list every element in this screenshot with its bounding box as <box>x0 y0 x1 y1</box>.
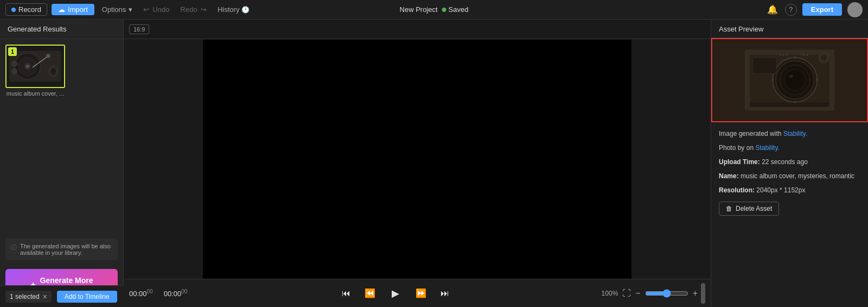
left-panel: Generated Results 1 <box>0 20 124 307</box>
project-name: New Project <box>400 5 438 14</box>
cloud-icon: ☁ <box>58 5 65 14</box>
saved-dot-icon <box>442 8 446 12</box>
bottom-bar: 1 selected × Add to Timeline <box>0 285 124 307</box>
undo-button[interactable]: ↩ Undo <box>140 4 173 15</box>
main-content: Generated Results 1 <box>0 20 868 307</box>
zoom-in-icon: + <box>693 289 698 298</box>
options-button[interactable]: Options ▾ <box>99 4 136 15</box>
history-button[interactable]: History 🕐 <box>214 4 253 15</box>
deselect-button[interactable]: × <box>43 292 47 301</box>
fullscreen-button[interactable]: ⛶ <box>622 289 631 298</box>
topbar-right: 🔔 ? Export <box>765 2 863 17</box>
aspect-ratio-badge: 16:9 <box>129 24 149 34</box>
topbar-center: New Project Saved <box>400 5 469 14</box>
asset-preview-image: 1:3.5 f/5.6 <box>711 38 868 122</box>
upload-time-line: Upload Time: 22 seconds ago <box>719 157 860 167</box>
skip-to-end-button[interactable]: ⏭ <box>438 286 451 300</box>
svg-point-9 <box>51 68 56 74</box>
name-line: Name: music album cover, mysteries, roma… <box>719 171 860 181</box>
history-icon: 🕐 <box>241 6 250 14</box>
import-button[interactable]: ☁ Import <box>52 4 94 15</box>
asset-preview-svg: 1:3.5 f/5.6 <box>712 39 867 121</box>
add-to-timeline-button[interactable]: Add to Timeline <box>57 291 117 303</box>
playback-controls: ⏮ ⏪ ▶ ⏩ ⏭ <box>189 285 601 302</box>
stability-link-2[interactable]: Stability. <box>755 144 779 152</box>
fast-forward-button[interactable]: ⏩ <box>413 286 429 300</box>
svg-rect-32 <box>713 39 866 121</box>
results-grid: 1 <box>0 39 123 234</box>
info-icon: ⓘ <box>11 243 17 252</box>
svg-point-5 <box>27 65 29 67</box>
timeline-right-controls: 100% ⛶ − + <box>602 289 698 298</box>
undo-icon: ↩ <box>143 5 149 14</box>
record-button[interactable]: Record <box>5 3 47 16</box>
selected-badge: 1 selected × <box>5 291 52 303</box>
stability-link-1[interactable]: Stability. <box>783 130 807 137</box>
info-banner: ⓘ The generated images will be also avai… <box>5 239 118 260</box>
result-badge: 1 <box>8 47 17 56</box>
current-time: 00:0000 <box>129 289 153 298</box>
credit-line-2: Photo by on Stability. <box>719 143 860 153</box>
result-thumbnail: 1 <box>5 45 65 88</box>
preview-canvas <box>203 40 631 279</box>
resolution-line: Resolution: 2040px * 1152px <box>719 185 860 195</box>
canvas-area: 16:9 00:0000 00:0000 ⏮ ⏪ ▶ ⏩ ⏭ 100% ⛶ <box>124 20 711 307</box>
credit-line-1: Image generated with Stability. <box>719 129 860 139</box>
timeline-bar: 00:0000 00:0000 ⏮ ⏪ ▶ ⏩ ⏭ 100% ⛶ − + <box>124 279 711 307</box>
chevron-down-icon: ▾ <box>129 5 132 14</box>
canvas-preview[interactable] <box>124 39 711 279</box>
svg-point-11 <box>12 69 17 74</box>
svg-point-10 <box>12 61 17 67</box>
svg-point-7 <box>46 54 50 58</box>
canvas-toolbar: 16:9 <box>124 20 711 39</box>
bell-button[interactable]: 🔔 <box>765 3 780 16</box>
export-button[interactable]: Export <box>802 3 842 16</box>
rewind-button[interactable]: ⏪ <box>362 286 378 300</box>
zoom-out-icon: − <box>635 289 640 298</box>
redo-button[interactable]: Redo ↪ <box>177 4 210 15</box>
skip-to-start-button[interactable]: ⏮ <box>340 286 353 300</box>
asset-preview-title: Asset Preview <box>711 20 868 38</box>
total-time: 00:0000 <box>164 289 188 298</box>
right-panel: Asset Preview <box>711 20 868 307</box>
asset-info: Image generated with Stability. Photo by… <box>711 122 868 222</box>
generated-results-title: Generated Results <box>0 20 123 39</box>
redo-icon: ↪ <box>201 5 207 14</box>
topbar-left: Record ☁ Import Options ▾ ↩ Undo Redo ↪ … <box>5 3 761 16</box>
zoom-percent: 100% <box>602 290 618 297</box>
zoom-slider[interactable] <box>645 289 688 298</box>
timeline-scrollbar[interactable] <box>701 283 705 304</box>
record-dot-icon <box>11 8 16 12</box>
saved-badge: Saved <box>442 5 469 14</box>
topbar: Record ☁ Import Options ▾ ↩ Undo Redo ↪ … <box>0 0 868 20</box>
play-button[interactable]: ▶ <box>387 285 404 302</box>
trash-icon: 🗑 <box>726 205 732 212</box>
result-item[interactable]: 1 <box>5 45 65 229</box>
avatar[interactable] <box>847 2 863 17</box>
delete-asset-button[interactable]: 🗑 Delete Asset <box>719 202 779 216</box>
help-button[interactable]: ? <box>785 4 797 16</box>
result-label: music album cover, ... <box>5 90 65 97</box>
